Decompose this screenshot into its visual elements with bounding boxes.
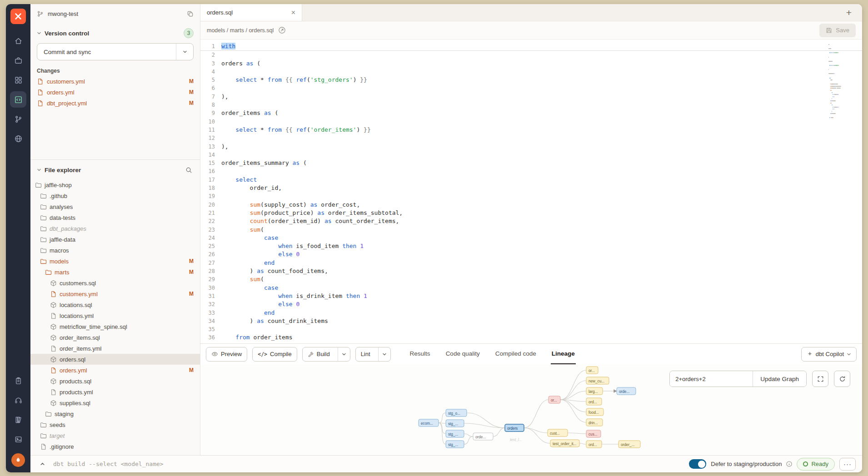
headset-icon[interactable]: [10, 392, 26, 408]
code-line[interactable]: 36 from order_items: [200, 333, 862, 342]
tree-item[interactable]: staging: [30, 408, 200, 419]
code-line[interactable]: 1with: [200, 42, 862, 51]
open-docs-icon[interactable]: [278, 26, 286, 34]
code-line[interactable]: 2: [200, 51, 862, 59]
changed-file[interactable]: customers.ymlM: [30, 76, 200, 87]
code-line[interactable]: 16: [200, 167, 862, 175]
code-line[interactable]: 19: [200, 192, 862, 200]
code-line[interactable]: 7),: [200, 93, 862, 101]
save-button[interactable]: Save: [819, 24, 856, 37]
code-line[interactable]: 11 select * from {{ ref('order_items') }…: [200, 126, 862, 134]
code-line[interactable]: 21 sum(product_price) as order_items_sub…: [200, 209, 862, 217]
preview-button[interactable]: Preview: [206, 347, 247, 362]
changed-file[interactable]: dbt_project.ymlM: [30, 98, 200, 109]
build-dropdown-caret[interactable]: [338, 347, 350, 361]
tree-item[interactable]: jaffle-shop: [30, 179, 200, 190]
code-line[interactable]: 34 ) as count_drink_items: [200, 317, 862, 325]
code-line[interactable]: 6: [200, 84, 862, 92]
fullscreen-icon[interactable]: [812, 371, 828, 387]
more-options-button[interactable]: ···: [839, 458, 856, 471]
status-badge[interactable]: Ready: [797, 458, 835, 471]
library-icon[interactable]: [10, 412, 26, 428]
code-line[interactable]: 25 when is_food_item then 1: [200, 242, 862, 250]
globe-icon[interactable]: [10, 130, 26, 147]
code-line[interactable]: 13),: [200, 143, 862, 151]
build-button[interactable]: Build: [302, 347, 350, 362]
file-explorer-header[interactable]: File explorer: [30, 160, 200, 178]
code-line[interactable]: 9order_items as (: [200, 109, 862, 117]
tree-item[interactable]: customers.ymlM: [30, 288, 200, 299]
code-line[interactable]: 10: [200, 118, 862, 126]
user-avatar[interactable]: [11, 453, 25, 467]
code-line[interactable]: 20 sum(supply_cost) as order_cost,: [200, 201, 862, 209]
code-line[interactable]: 29 sum(: [200, 275, 862, 283]
refresh-icon[interactable]: [834, 371, 850, 387]
tab-lineage[interactable]: Lineage: [551, 344, 576, 364]
new-tab-button[interactable]: +: [843, 7, 855, 19]
tree-item[interactable]: products.yml: [30, 387, 200, 397]
code-line[interactable]: 14: [200, 151, 862, 159]
code-line[interactable]: 18 order_id,: [200, 184, 862, 192]
code-line[interactable]: 31 when is_drink_item then 1: [200, 292, 862, 300]
tree-item[interactable]: target: [30, 430, 200, 441]
tree-item[interactable]: jaffle-data: [30, 234, 200, 245]
dbt-copilot-button[interactable]: dbt Copilot: [801, 347, 857, 362]
code-line[interactable]: 27 end: [200, 259, 862, 267]
lineage-selector-input[interactable]: [670, 371, 753, 387]
tree-item[interactable]: .github: [30, 190, 200, 201]
tree-item[interactable]: locations.yml: [30, 310, 200, 321]
code-line[interactable]: 33 end: [200, 309, 862, 317]
tree-item[interactable]: orders.ymlM: [30, 365, 200, 376]
code-line[interactable]: 35: [200, 325, 862, 333]
tree-item[interactable]: products.sql: [30, 376, 200, 387]
tree-item[interactable]: order_items.sql: [30, 332, 200, 343]
defer-toggle[interactable]: [689, 459, 706, 469]
close-tab-icon[interactable]: ×: [291, 9, 295, 16]
tree-item[interactable]: modelsM: [30, 256, 200, 267]
tab-results[interactable]: Results: [409, 344, 431, 364]
changed-file[interactable]: orders.ymlM: [30, 87, 200, 98]
tab-compiled-code[interactable]: Compiled code: [494, 344, 537, 364]
tree-item[interactable]: customers.sql: [30, 278, 200, 288]
tree-item[interactable]: dbt_packages: [30, 223, 200, 234]
tree-item[interactable]: .gitignore: [30, 441, 200, 452]
tree-item[interactable]: seeds: [30, 419, 200, 430]
tree-item[interactable]: data-tests: [30, 212, 200, 223]
update-graph-button[interactable]: Update Graph: [753, 371, 806, 387]
tree-item[interactable]: orders.sql: [30, 354, 200, 365]
command-input[interactable]: dbt build --select <model_name>: [53, 461, 164, 467]
clipboard-icon[interactable]: [10, 372, 26, 389]
code-line[interactable]: 24 case: [200, 234, 862, 242]
code-line[interactable]: 4: [200, 68, 862, 76]
code-line[interactable]: 30 case: [200, 284, 862, 292]
lint-button[interactable]: Lint: [355, 347, 391, 362]
code-line[interactable]: 37: [200, 342, 862, 343]
code-line[interactable]: 17 select: [200, 176, 862, 184]
grid-icon[interactable]: [10, 72, 26, 88]
tree-item[interactable]: supplies.sql: [30, 397, 200, 408]
toolbox-icon[interactable]: [10, 52, 26, 69]
tab-orders-sql[interactable]: orders.sql ×: [200, 4, 302, 21]
branch-icon[interactable]: [10, 111, 26, 127]
expand-command-bar-icon[interactable]: [37, 459, 48, 470]
code-editor[interactable]: 1with23orders as (45 select * from {{ re…: [200, 40, 862, 343]
code-line[interactable]: 32 else 0: [200, 300, 862, 308]
editor-minimap[interactable]: [828, 44, 855, 121]
lint-dropdown-caret[interactable]: [378, 347, 390, 361]
home-icon[interactable]: [10, 33, 26, 49]
code-line[interactable]: 12: [200, 134, 862, 142]
search-icon[interactable]: [184, 165, 194, 175]
code-line[interactable]: 22 count(order_item_id) as count_order_i…: [200, 217, 862, 225]
compile-button[interactable]: </> Compile: [252, 347, 297, 362]
tree-item[interactable]: analyses: [30, 201, 200, 212]
code-line[interactable]: 5 select * from {{ ref('stg_orders') }}: [200, 76, 862, 84]
version-control-header[interactable]: Version control 3: [30, 23, 200, 41]
code-line[interactable]: 26 else 0: [200, 250, 862, 258]
tree-item[interactable]: macros: [30, 245, 200, 256]
ide-icon[interactable]: [10, 91, 26, 108]
dbt-logo[interactable]: [10, 9, 26, 24]
code-line[interactable]: 3orders as (: [200, 60, 862, 68]
tab-code-quality[interactable]: Code quality: [445, 344, 481, 364]
image-panel-icon[interactable]: [10, 431, 26, 447]
copy-icon[interactable]: [187, 10, 194, 17]
